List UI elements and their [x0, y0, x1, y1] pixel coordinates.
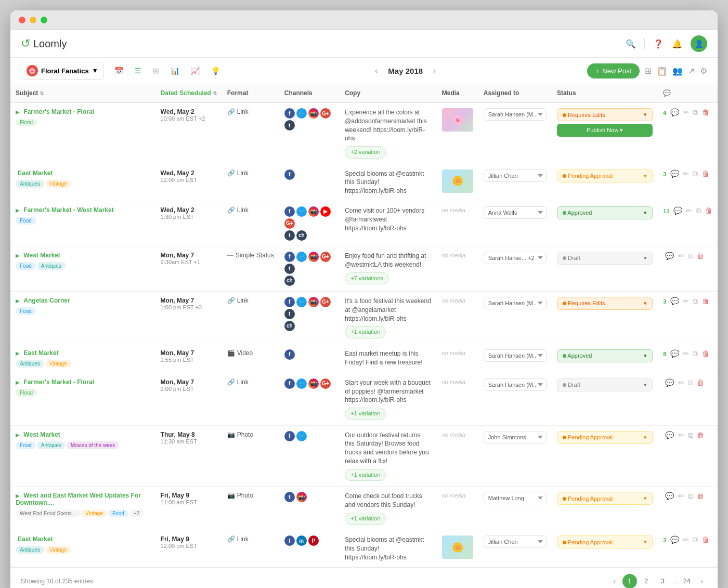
copy-icon[interactable]: ⧉ [693, 108, 698, 116]
notifications-icon[interactable]: 🔔 [672, 39, 682, 49]
subject-title[interactable]: Farmer's Market - Floral [23, 378, 94, 386]
variation-badge[interactable]: +7 variations [345, 272, 389, 284]
delete-icon[interactable]: 🗑 [697, 378, 704, 387]
variation-badge[interactable]: +1 variation [345, 408, 386, 420]
comment-icon[interactable]: 💬 [670, 108, 679, 116]
comment-icon[interactable]: 💬 [665, 431, 674, 439]
subject-title[interactable]: Angelas Corner [23, 297, 70, 304]
col-subject[interactable]: Subject [10, 84, 155, 102]
status-badge[interactable]: Pending Approval ▾ [557, 535, 653, 548]
variation-badge[interactable]: +1 variation [345, 326, 386, 338]
status-badge[interactable]: Draft ▾ [557, 378, 653, 391]
copy-icon[interactable]: ⧉ [693, 169, 698, 178]
delete-icon[interactable]: 🗑 [702, 297, 709, 305]
edit-icon[interactable]: ✏ [683, 108, 689, 116]
share-icon[interactable]: ↗ [688, 66, 695, 76]
subject-title[interactable]: East Market [23, 349, 58, 357]
assigned-select[interactable]: Jillian Chan [484, 169, 547, 182]
help-icon[interactable]: ❓ [653, 39, 664, 49]
status-badge[interactable]: Pending Approval ▾ [557, 431, 653, 444]
variation-badge[interactable]: +1 variation [345, 469, 386, 481]
grid-view-icon[interactable]: ⊞ [149, 64, 163, 77]
filter-icon[interactable]: ⊞ [645, 66, 652, 76]
comment-icon[interactable]: 💬 [670, 297, 679, 305]
status-badge[interactable]: Requires Edits ▾ [557, 108, 653, 121]
row-expand-icon[interactable]: ▶ [16, 350, 20, 356]
status-badge[interactable]: Approved ▾ [557, 349, 653, 362]
row-expand-icon[interactable]: ▶ [16, 493, 20, 499]
prev-page-button[interactable]: ‹ [609, 574, 620, 588]
edit-icon[interactable]: ✏ [683, 169, 689, 178]
page-24-button[interactable]: 24 [680, 574, 694, 588]
analytics-view-icon[interactable]: 📈 [187, 64, 204, 77]
edit-icon[interactable]: ✏ [683, 297, 689, 305]
variation-badge[interactable]: +1 variation [345, 513, 386, 525]
subject-title[interactable]: West Market [23, 252, 60, 259]
prev-month-button[interactable]: ‹ [371, 64, 382, 77]
copy-icon[interactable]: ⧉ [693, 297, 698, 305]
copy-icon[interactable]: ⧉ [688, 492, 693, 500]
copy-icon[interactable]: ⧉ [688, 378, 693, 387]
copy-icon[interactable]: ⧉ [693, 349, 698, 358]
subject-title[interactable]: East Market [18, 169, 53, 177]
settings-icon[interactable]: ⚙ [700, 66, 707, 76]
idea-view-icon[interactable]: 💡 [207, 64, 224, 77]
minimize-button[interactable] [30, 17, 36, 23]
status-badge[interactable]: Approved ▾ [557, 206, 653, 219]
assigned-select[interactable]: Sarah Hansen (M... [484, 108, 547, 121]
assigned-select[interactable]: Sarah Hansen (M... [484, 349, 547, 362]
status-badge[interactable]: Draft ▾ [557, 252, 653, 265]
row-expand-icon[interactable]: ▶ [16, 253, 20, 258]
delete-icon[interactable]: 🗑 [697, 492, 704, 500]
avatar[interactable]: 👤 [691, 35, 707, 52]
delete-icon[interactable]: 🗑 [705, 206, 712, 215]
status-badge[interactable]: Pending Approval ▾ [557, 169, 653, 182]
calendar-selector[interactable]: 🌸 Floral Fanatics ▼ [21, 62, 104, 80]
edit-icon[interactable]: ✏ [683, 349, 689, 358]
delete-icon[interactable]: 🗑 [697, 252, 704, 260]
page-3-button[interactable]: 3 [656, 574, 670, 588]
assigned-select[interactable]: Matthew Long [484, 492, 547, 504]
row-expand-icon[interactable]: ▶ [16, 207, 20, 213]
edit-icon[interactable]: ✏ [678, 431, 684, 439]
team-icon[interactable]: 👥 [672, 66, 683, 76]
maximize-button[interactable] [41, 17, 47, 23]
edit-icon[interactable]: ✏ [678, 378, 684, 387]
edit-icon[interactable]: ✏ [678, 252, 684, 260]
subject-title[interactable]: Farmer's Market - Floral [23, 108, 94, 115]
row-expand-icon[interactable]: ▶ [16, 380, 20, 385]
comment-icon[interactable]: 💬 [670, 169, 679, 178]
assigned-select[interactable]: Jillian Chan [484, 535, 547, 548]
status-badge[interactable]: Pending Approval ▾ [557, 492, 653, 505]
calendar-view-icon[interactable]: 📅 [110, 64, 127, 77]
page-1-button[interactable]: 1 [622, 574, 637, 588]
next-page-button[interactable]: › [696, 574, 707, 588]
copy-icon[interactable]: ⧉ [688, 431, 693, 439]
next-month-button[interactable]: › [429, 64, 440, 77]
copy-icon[interactable]: ⧉ [688, 252, 693, 260]
assigned-select[interactable]: John Simmons [484, 431, 547, 443]
copy-icon[interactable]: ⧉ [693, 535, 698, 544]
row-expand-icon[interactable]: ▶ [16, 109, 20, 115]
delete-icon[interactable]: 🗑 [702, 349, 709, 358]
comment-icon[interactable]: 💬 [665, 378, 674, 387]
comment-icon[interactable]: 💬 [673, 206, 682, 215]
subject-title[interactable]: West Market [23, 431, 60, 438]
delete-icon[interactable]: 🗑 [702, 108, 709, 116]
assigned-select[interactable]: Sarah Hanse... +2 [484, 252, 547, 264]
row-expand-icon[interactable]: ▶ [16, 432, 20, 438]
list-view-icon[interactable]: ☰ [131, 64, 146, 77]
col-date[interactable]: Dated Scheduled [155, 84, 222, 102]
comment-icon[interactable]: 💬 [665, 252, 674, 260]
comment-icon[interactable]: 💬 [665, 492, 674, 500]
delete-icon[interactable]: 🗑 [702, 535, 709, 544]
edit-icon[interactable]: ✏ [678, 492, 684, 500]
page-2-button[interactable]: 2 [639, 574, 654, 588]
row-expand-icon[interactable]: ▶ [16, 298, 20, 304]
status-badge[interactable]: Requires Edits ▾ [557, 297, 653, 310]
variation-badge[interactable]: +2 variation [345, 146, 386, 158]
delete-icon[interactable]: 🗑 [697, 431, 704, 439]
delete-icon[interactable]: 🗑 [702, 169, 709, 178]
publish-now-button[interactable]: Publish Now ▾ [557, 124, 653, 137]
close-button[interactable] [19, 17, 25, 23]
